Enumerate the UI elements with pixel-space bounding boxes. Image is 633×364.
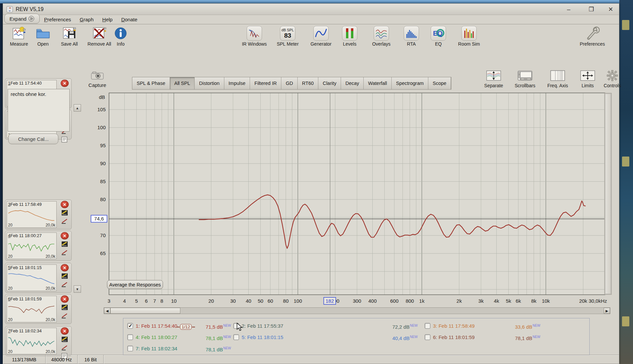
rta-button[interactable]: RTA xyxy=(402,26,421,47)
separate-label: Separate xyxy=(478,83,510,88)
svg-text:300: 300 xyxy=(353,298,361,304)
pencil-icon[interactable] xyxy=(61,312,69,319)
measurement-card-4[interactable]: 4Feb 11 18:00:272020,0k✕ xyxy=(5,231,72,261)
tab-spl-phase[interactable]: SPL & Phase xyxy=(132,77,170,89)
freq-axis-button[interactable]: Freq. Axis xyxy=(542,69,574,88)
capture-button[interactable] xyxy=(90,70,105,81)
measurement-notes[interactable]: rechts ohne kor. xyxy=(8,89,70,132)
tab-filtered-ir[interactable]: Filtered IR xyxy=(250,77,281,89)
svg-text:EQ: EQ xyxy=(433,30,443,37)
delete-measurement-icon[interactable]: ✕ xyxy=(61,327,69,335)
spl-meter-button[interactable]: dB SPL 83 SPL Meter xyxy=(274,26,302,47)
delete-measurement-icon[interactable]: ✕ xyxy=(61,295,69,303)
tab-decay[interactable]: Decay xyxy=(341,77,364,89)
sidebar-scroll-down[interactable]: ▼ xyxy=(74,285,81,293)
svg-text:30: 30 xyxy=(230,298,236,304)
remove-all-button[interactable]: Remove All xyxy=(85,26,114,47)
expand-button[interactable]: Expand xyxy=(4,14,40,24)
trace-settings-icon[interactable] xyxy=(61,240,69,248)
measurement-thumbnail[interactable]: 6Feb 11 18:01:592020,0k xyxy=(7,296,57,322)
maximize-button[interactable]: ❐ xyxy=(584,5,598,14)
measurement-card-5[interactable]: 5Feb 11 18:01:152020,0k✕ xyxy=(5,263,72,293)
legend-checkbox-4[interactable] xyxy=(127,334,133,340)
menu-preferences[interactable]: Preferences xyxy=(44,17,71,22)
tab-rt60[interactable]: RT60 xyxy=(298,77,318,89)
new-badge: NEW xyxy=(223,346,231,350)
legend-value-4: 78,1 dBNEW xyxy=(206,335,231,341)
pencil-icon[interactable] xyxy=(61,281,69,288)
delete-measurement-icon[interactable]: ✕ xyxy=(61,232,69,239)
scroll-left-arrow[interactable]: ◀ xyxy=(104,308,110,314)
notes-icon[interactable] xyxy=(61,136,69,143)
measurement-thumbnail[interactable]: 5Feb 11 18:01:152020,0k xyxy=(7,264,57,291)
scrollbars-button[interactable]: Scrollbars xyxy=(509,69,541,88)
graph-vertical-scrollbar[interactable] xyxy=(604,93,612,295)
spl-chart[interactable]: dB10510095908580706534567810203040506080… xyxy=(90,92,608,320)
save-all-button[interactable]: Save All xyxy=(56,26,82,47)
legend-checkbox-3[interactable] xyxy=(425,323,430,329)
measurement-card-3[interactable]: 3Feb 11 17:58:492020,0k✕ xyxy=(5,199,72,229)
pencil-icon[interactable] xyxy=(61,249,69,256)
spl-meter-label: SPL Meter xyxy=(274,41,302,47)
menu-graph[interactable]: Graph xyxy=(80,17,94,22)
sidebar-scroll-up[interactable]: ▲ xyxy=(74,104,81,112)
tab-scope[interactable]: Scope xyxy=(428,77,451,89)
scrollbar-track[interactable] xyxy=(180,308,604,314)
tab-spectrogram[interactable]: Spectrogram xyxy=(392,77,428,89)
legend-checkbox-5[interactable] xyxy=(233,334,239,340)
scrollbar-thumb[interactable] xyxy=(110,308,180,314)
measurement-thumbnail[interactable]: 4Feb 11 18:00:272020,0k xyxy=(7,232,57,259)
change-cal-button[interactable]: Change Cal... xyxy=(8,134,58,144)
title-bar[interactable]: REW V5,19 – ❐ ✕ xyxy=(3,4,619,15)
open-button[interactable]: Open xyxy=(32,26,54,47)
preferences-button[interactable]: Preferences xyxy=(575,26,610,47)
capture-label: Capture xyxy=(86,82,109,88)
tab-distortion[interactable]: Distortion xyxy=(195,77,224,89)
measurement-card-6[interactable]: 6Feb 11 18:01:592020,0k✕ xyxy=(5,294,72,324)
legend-name-7: 7: Feb 11 18:02:34 xyxy=(136,346,177,351)
controls-label: Controls xyxy=(599,83,626,88)
delete-measurement-icon[interactable]: ✕ xyxy=(61,201,69,208)
info-button[interactable]: Info xyxy=(112,26,129,47)
tab-all-spl[interactable]: All SPL xyxy=(170,77,195,89)
measurement-thumbnail[interactable]: 7Feb 11 18:02:342020,0k xyxy=(7,328,57,354)
svg-text:4: 4 xyxy=(123,298,126,304)
save-all-label: Save All xyxy=(56,41,82,47)
trace-settings-icon[interactable] xyxy=(61,209,69,216)
measure-icon xyxy=(11,26,27,41)
average-responses-button[interactable]: Average the Responses xyxy=(107,280,163,289)
legend-checkbox-7[interactable] xyxy=(127,346,133,351)
legend-checkbox-6[interactable] xyxy=(425,334,430,340)
separate-button[interactable]: Separate xyxy=(478,69,510,88)
trace-settings-icon[interactable] xyxy=(61,272,69,280)
trace-settings-icon[interactable] xyxy=(61,304,69,311)
measure-button[interactable]: Measure xyxy=(7,26,31,47)
delete-measurement-icon[interactable]: ✕ xyxy=(61,264,69,271)
measurement-thumbnail[interactable]: 3Feb 11 17:58:492020,0k xyxy=(7,201,57,228)
tab-gd[interactable]: GD xyxy=(281,77,298,89)
trace-settings-icon[interactable] xyxy=(61,336,69,343)
room-sim-button[interactable]: Room Sim xyxy=(455,26,483,47)
delete-measurement-icon[interactable]: ✕ xyxy=(61,80,69,87)
overlays-button[interactable]: Overlays xyxy=(368,26,394,47)
pencil-icon[interactable] xyxy=(61,217,69,225)
ir-windows-button[interactable]: IR Windows xyxy=(240,26,268,47)
controls-gear-icon xyxy=(605,69,620,82)
menu-help[interactable]: Help xyxy=(102,17,113,22)
tab-waterfall[interactable]: Waterfall xyxy=(364,77,392,89)
eq-button[interactable]: EQ EQ xyxy=(429,26,448,47)
generator-button[interactable]: Generator xyxy=(308,26,334,47)
levels-button[interactable]: Levels xyxy=(339,26,360,47)
tab-impulse[interactable]: Impulse xyxy=(224,77,250,89)
menu-donate[interactable]: Donate xyxy=(121,17,137,22)
measurement-card-7[interactable]: 7Feb 11 18:02:342020,0k✕ xyxy=(5,326,72,356)
graph-horizontal-scrollbar[interactable]: ◀ ▶ xyxy=(104,307,610,314)
legend-checkbox-1[interactable] xyxy=(127,323,133,329)
smoothing-badge[interactable]: 1/12 xyxy=(177,324,195,330)
tab-clarity[interactable]: Clarity xyxy=(318,77,341,89)
close-button[interactable]: ✕ xyxy=(604,5,618,14)
minimize-button[interactable]: – xyxy=(562,5,576,14)
controls-button[interactable]: Controls xyxy=(599,69,626,88)
scroll-right-arrow[interactable]: ▶ xyxy=(604,308,610,314)
pencil-icon[interactable] xyxy=(61,344,69,351)
